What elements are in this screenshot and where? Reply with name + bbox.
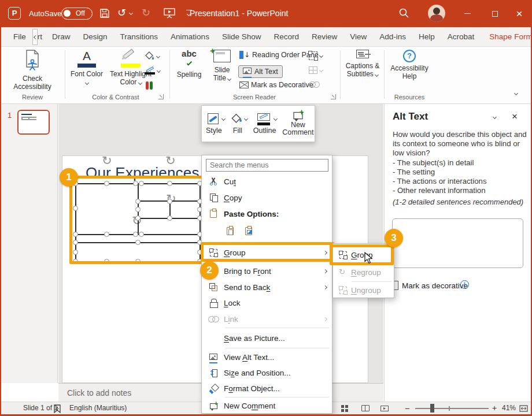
alt-text-button[interactable]: Alt Text <box>238 65 283 78</box>
fill-bucket-icon <box>230 113 245 125</box>
window-border <box>0 27 1 416</box>
menu-item-send-to-back[interactable]: Send to Back <box>202 279 332 295</box>
maximize-button[interactable] <box>482 0 508 27</box>
shape-fill-button[interactable] <box>145 51 160 61</box>
reading-order-icon: ↓ <box>239 51 250 59</box>
menu-item-link[interactable]: Link <box>202 311 332 326</box>
rotate-handle-icon[interactable]: ↻ <box>102 155 112 167</box>
check-accessibility-button[interactable]: Check Accessibility <box>9 50 56 91</box>
menu-item-cut[interactable]: Cut <box>202 174 332 189</box>
collapse-ribbon-icon[interactable] <box>514 91 518 95</box>
menu-item-lock[interactable]: Lock <box>202 295 332 310</box>
group-label-review: Review <box>9 94 56 101</box>
search-icon[interactable] <box>398 8 409 18</box>
tab-transitions[interactable]: Transitions <box>114 27 165 46</box>
tab-scroll-left-button[interactable] <box>32 29 38 45</box>
menu-item-format-object[interactable]: Format Object... <box>202 381 332 396</box>
new-comment-button-toolbar[interactable]: + New Comment <box>280 106 316 142</box>
rotate-handle-icon[interactable]: ↻ <box>165 155 176 167</box>
paste-clipboard-icon <box>227 227 234 235</box>
slide-title-button[interactable]: + Slide Title <box>207 50 237 82</box>
menu-item-copy[interactable]: Copy <box>202 190 332 205</box>
font-color-label: Font Color <box>69 70 104 86</box>
submenu-item-ungroup[interactable]: Ungroup <box>333 283 394 298</box>
menu-item-new-comment[interactable]: + New Comment <box>202 398 332 414</box>
pane-options-chevron-icon[interactable] <box>493 115 497 119</box>
undo-icon[interactable]: ↺ <box>117 6 126 18</box>
user-avatar[interactable] <box>428 5 445 22</box>
accessibility-checker-icon[interactable] <box>53 404 61 413</box>
menu-item-save-as-picture[interactable]: Save as Picture... <box>202 329 332 347</box>
tab-animations[interactable]: Animations <box>164 27 216 46</box>
tab-record[interactable]: Record <box>267 27 305 46</box>
tab-insert-partial[interactable]: rt <box>38 27 46 46</box>
color-contrast-button[interactable] <box>146 81 153 90</box>
tab-draw[interactable]: Draw <box>46 27 77 46</box>
info-icon[interactable]: i <box>460 280 469 289</box>
table-header-button[interactable] <box>309 66 323 74</box>
menu-search-input[interactable] <box>206 159 328 172</box>
link-button-ribbon[interactable] <box>309 81 319 87</box>
zoom-slider-thumb[interactable] <box>430 404 434 413</box>
spelling-label: Spelling <box>173 70 205 79</box>
screen-reader-dialog-launcher-icon[interactable] <box>331 94 336 99</box>
submenu-item-regroup[interactable]: Regroup <box>333 265 394 280</box>
group-objects-icon <box>309 51 317 60</box>
mark-as-decorative-button[interactable]: Mark as Decorative <box>239 81 313 89</box>
spelling-button[interactable]: abc Spelling <box>173 50 205 79</box>
menu-item-view-alt-text[interactable]: View Alt Text... <box>202 350 332 365</box>
save-icon[interactable] <box>99 8 110 18</box>
autosave-toggle[interactable]: Off <box>61 8 93 20</box>
slide-title-label: Slide Title <box>207 66 237 82</box>
fit-slide-to-window-icon[interactable] <box>519 404 528 413</box>
accessibility-help-button[interactable]: ? Accessibility Help <box>388 50 431 80</box>
redo-icon[interactable]: ↻ <box>142 6 150 18</box>
slide-thumbnail[interactable] <box>17 110 50 135</box>
slide-sorter-view-icon[interactable] <box>341 405 344 408</box>
group-objects-button[interactable] <box>309 51 323 60</box>
new-comment-icon: + <box>209 402 218 410</box>
start-slideshow-icon[interactable] <box>164 8 175 18</box>
mark-decorative-icon <box>239 81 249 88</box>
pane-close-icon[interactable]: × <box>512 112 518 121</box>
regroup-icon <box>339 268 347 276</box>
check-accessibility-icon <box>23 50 42 72</box>
font-color-button[interactable]: A Font Color <box>69 50 104 86</box>
language-indicator[interactable]: English (Mauritius) <box>69 404 127 412</box>
minimize-button[interactable] <box>455 0 480 27</box>
fill-button[interactable]: Fill <box>226 106 249 142</box>
alt-text-input[interactable] <box>392 218 523 268</box>
reading-order-pane-button[interactable]: ↓ Reading Order Pane <box>239 51 319 59</box>
captions-label: Captions & Subtitles <box>343 62 382 78</box>
tab-help[interactable]: Help <box>412 27 441 46</box>
menu-item-size-and-position[interactable]: Size and Position... <box>202 365 332 381</box>
paste-as-picture-button[interactable] <box>241 223 256 239</box>
color-contrast-dialog-launcher-icon[interactable] <box>158 94 164 99</box>
tab-file[interactable]: File <box>7 27 32 46</box>
reading-view-icon[interactable] <box>361 405 370 411</box>
menu-item-bring-to-front[interactable]: Bring to Front <box>202 263 332 279</box>
slideshow-view-icon[interactable] <box>380 406 389 411</box>
zoom-level[interactable]: 41% <box>502 404 516 412</box>
menu-separator <box>225 397 329 398</box>
powerpoint-logo-icon[interactable]: P <box>8 7 21 20</box>
captions-subtitles-button[interactable]: Captions & Subtitles <box>343 50 382 78</box>
tab-add-ins[interactable]: Add-ins <box>373 27 412 46</box>
zoom-in-icon[interactable]: + <box>492 403 497 413</box>
undo-dropdown-icon[interactable] <box>129 11 133 15</box>
check-accessibility-label: Check Accessibility <box>9 75 56 91</box>
tab-shape-format[interactable]: Shape Format <box>483 27 532 46</box>
outline-button[interactable]: Outline <box>249 106 280 142</box>
window-title: Presentation1 - PowerPoint <box>190 9 288 18</box>
tab-design[interactable]: Design <box>77 27 114 46</box>
tab-review[interactable]: Review <box>305 27 343 46</box>
close-button[interactable]: × <box>507 0 532 27</box>
shape-outline-button[interactable] <box>145 66 160 75</box>
paste-keep-source-button[interactable] <box>223 223 238 239</box>
tab-acrobat[interactable]: Acrobat <box>441 27 481 46</box>
style-button[interactable]: Style <box>202 106 226 142</box>
zoom-slider-track[interactable] <box>415 408 489 409</box>
tab-slide-show[interactable]: Slide Show <box>216 27 268 46</box>
zoom-out-icon[interactable]: − <box>405 403 410 413</box>
tab-view[interactable]: View <box>343 27 373 46</box>
